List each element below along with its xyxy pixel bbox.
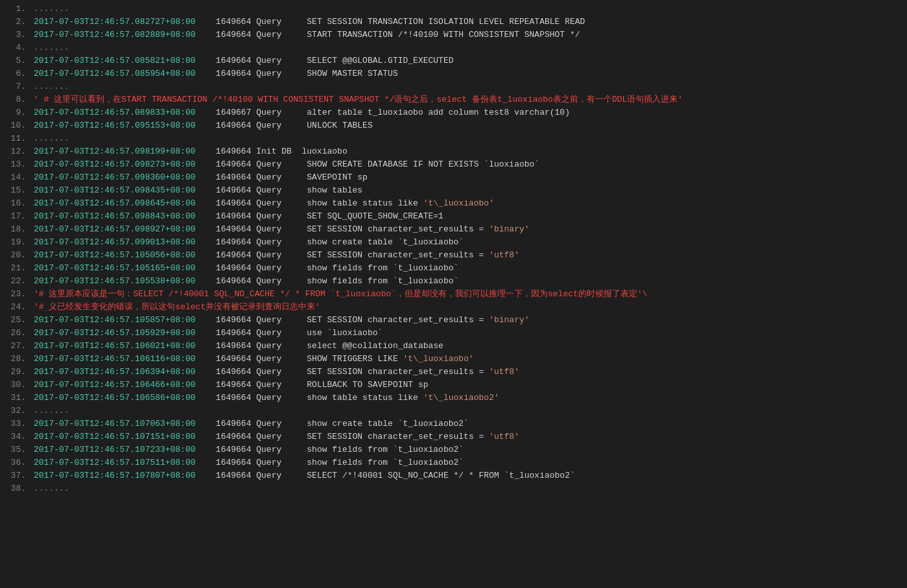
line-content: ....... [34, 482, 902, 495]
text-segment: 1649664 Query [196, 237, 307, 247]
text-segment: 1649664 Query [196, 172, 307, 182]
line: 25.2017-07-03T12:46:57.105857+08:00 1649… [0, 314, 907, 327]
text-segment: ....... [34, 4, 69, 14]
line-number: 36. [5, 456, 26, 469]
text-segment: 2017-07-03T12:46:57.106586+08:00 [34, 393, 196, 403]
line: 6.2017-07-03T12:46:57.085954+08:00 16496… [0, 67, 907, 80]
line-number: 32. [5, 405, 26, 417]
line-number: 33. [5, 417, 26, 430]
text-segment: 1649664 Query [196, 328, 307, 338]
text-segment: 2017-07-03T12:46:57.082889+08:00 [34, 30, 196, 40]
text-segment: 2017-07-03T12:46:57.107807+08:00 [34, 471, 196, 480]
text-segment: SET SQL_QUOTE_SHOW_CREATE=1 [307, 211, 443, 221]
line-content: 2017-07-03T12:46:57.106116+08:00 1649664… [34, 353, 902, 366]
text-segment: SET SESSION character_set_results = [307, 315, 489, 325]
line-content: 2017-07-03T12:46:57.098927+08:00 1649664… [34, 223, 902, 236]
text-segment: SET SESSION character_set_results = [307, 432, 489, 441]
line-number: 24. [5, 301, 26, 314]
text-segment: SAVEPOINT sp [307, 172, 368, 182]
line-number: 7. [5, 80, 26, 93]
line: 19.2017-07-03T12:46:57.099013+08:00 1649… [0, 236, 907, 249]
text-segment: show fields from `t_luoxiaobo` [307, 263, 458, 273]
text-segment: show create table `t_luoxiaobo` [307, 237, 464, 247]
text-segment: SELECT /*!40001 SQL_NO_CACHE */ * FROM `… [307, 471, 574, 480]
line-content: ....... [34, 3, 902, 16]
text-segment: 2017-07-03T12:46:57.098273+08:00 [34, 159, 196, 169]
line-number: 3. [5, 29, 26, 41]
text-segment: 2017-07-03T12:46:57.099013+08:00 [34, 237, 196, 247]
line-number: 20. [5, 249, 26, 262]
line-number: 12. [5, 145, 26, 158]
line-number: 14. [5, 171, 26, 184]
text-segment: 1649664 Query [196, 17, 307, 27]
text-segment: 2017-07-03T12:46:57.105929+08:00 [34, 328, 196, 338]
text-segment: ....... [34, 134, 69, 143]
line-content: 2017-07-03T12:46:57.105929+08:00 1649664… [34, 327, 902, 340]
text-segment: SHOW TRIGGERS LIKE [307, 354, 403, 364]
line: 20.2017-07-03T12:46:57.105056+08:00 1649… [0, 249, 907, 262]
line: 10.2017-07-03T12:46:57.095153+08:00 1649… [0, 119, 907, 132]
line: 13.2017-07-03T12:46:57.098273+08:00 1649… [0, 158, 907, 171]
line-content: 2017-07-03T12:46:57.089833+08:00 1649667… [34, 106, 902, 119]
line: 7........ [0, 80, 907, 93]
text-segment: 1649664 Init DB luoxiaobo [196, 147, 347, 156]
text-segment: 2017-07-03T12:46:57.105056+08:00 [34, 250, 196, 260]
line-content: ' # 这里可以看到，在START TRANSACTION /*!40100 W… [34, 93, 902, 106]
text-segment: 2017-07-03T12:46:57.107151+08:00 [34, 432, 196, 441]
text-segment: 1649664 Query [196, 69, 307, 78]
text-segment: SHOW MASTER STATUS [307, 69, 397, 78]
text-segment: '# 这里原本应该是一句：SELECT /*!40001 SQL_NO_CACH… [34, 289, 652, 299]
text-segment: ....... [34, 484, 69, 493]
line-content: 2017-07-03T12:46:57.106586+08:00 1649664… [34, 392, 902, 405]
line-number: 13. [5, 158, 26, 171]
text-segment: 2017-07-03T12:46:57.085821+08:00 [34, 56, 196, 65]
text-segment: 't\_luoxiaobo' [403, 354, 474, 364]
text-segment: 1649664 Query [196, 185, 307, 195]
line-number: 18. [5, 223, 26, 236]
line: 1........ [0, 3, 907, 16]
line: 4........ [0, 41, 907, 54]
line: 8.' # 这里可以看到，在START TRANSACTION /*!40100… [0, 93, 907, 106]
line: 26.2017-07-03T12:46:57.105929+08:00 1649… [0, 327, 907, 340]
line-number: 19. [5, 236, 26, 249]
line-content: 2017-07-03T12:46:57.098360+08:00 1649664… [34, 171, 902, 184]
text-segment: 1649664 Query [196, 367, 307, 377]
line-content: 2017-07-03T12:46:57.106021+08:00 1649664… [34, 340, 902, 353]
line: 36.2017-07-03T12:46:57.107511+08:00 1649… [0, 456, 907, 469]
text-segment: 1649664 Query [196, 224, 307, 234]
line-number: 11. [5, 132, 26, 145]
line: 27.2017-07-03T12:46:57.106021+08:00 1649… [0, 340, 907, 353]
text-segment: 2017-07-03T12:46:57.107233+08:00 [34, 445, 196, 454]
line: 28.2017-07-03T12:46:57.106116+08:00 1649… [0, 353, 907, 366]
line-content: 2017-07-03T12:46:57.106466+08:00 1649664… [34, 379, 902, 392]
line-number: 10. [5, 119, 26, 132]
text-segment: 2017-07-03T12:46:57.105857+08:00 [34, 315, 196, 325]
text-segment: SET SESSION character_set_results = [307, 224, 489, 234]
line-content: ....... [34, 132, 902, 145]
line-content: 2017-07-03T12:46:57.098273+08:00 1649664… [34, 158, 902, 171]
text-segment: 2017-07-03T12:46:57.106021+08:00 [34, 341, 196, 351]
line: 2.2017-07-03T12:46:57.082727+08:00 16496… [0, 16, 907, 29]
line-content: 2017-07-03T12:46:57.107807+08:00 1649664… [34, 469, 902, 482]
text-segment: 2017-07-03T12:46:57.106394+08:00 [34, 367, 196, 377]
text-segment: 2017-07-03T12:46:57.098199+08:00 [34, 147, 196, 156]
line: 5.2017-07-03T12:46:57.085821+08:00 16496… [0, 54, 907, 67]
text-segment: select @@collation_database [307, 341, 443, 351]
line: 9.2017-07-03T12:46:57.089833+08:00 16496… [0, 106, 907, 119]
line-content: 2017-07-03T12:46:57.107063+08:00 1649664… [34, 417, 902, 430]
text-segment: 't\_luoxiaobo' [423, 198, 494, 208]
text-segment: SELECT @@GLOBAL.GTID_EXECUTED [307, 56, 453, 65]
line-number: 35. [5, 443, 26, 456]
line-number: 4. [5, 41, 26, 54]
line-number: 38. [5, 482, 26, 495]
text-segment: '# 义已经发生变化的错误，所以这句select并没有被记录到查询日志中来' [34, 302, 320, 312]
line: 11........ [0, 132, 907, 145]
line: 38........ [0, 482, 907, 495]
line-number: 21. [5, 262, 26, 275]
text-segment: SET SESSION character_set_results = [307, 250, 489, 260]
text-segment: 1649664 Query [196, 121, 307, 130]
line-number: 26. [5, 327, 26, 340]
text-segment: 1649667 Query [196, 108, 307, 117]
text-segment: 2017-07-03T12:46:57.098645+08:00 [34, 198, 196, 208]
line-number: 8. [5, 93, 26, 106]
